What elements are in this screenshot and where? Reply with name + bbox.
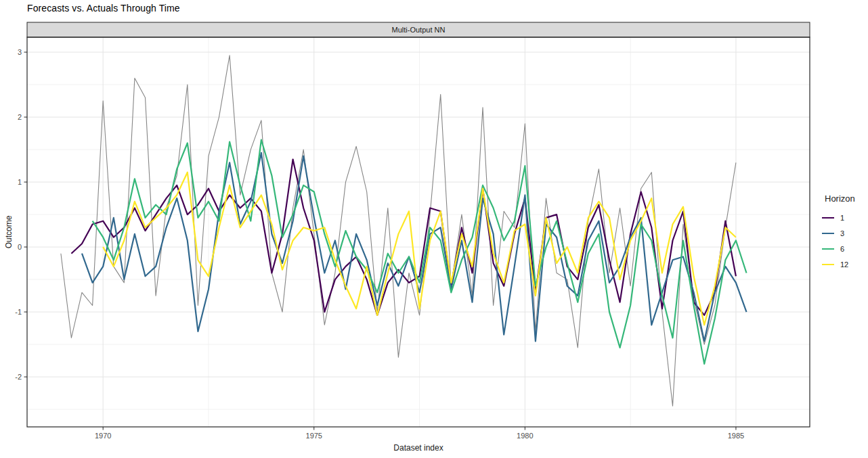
x-axis-tick-label: 1970 bbox=[95, 432, 111, 440]
x-axis-tick-label: 1975 bbox=[306, 432, 322, 440]
facet-strip bbox=[27, 22, 810, 37]
legend-key-line bbox=[822, 217, 834, 219]
legend-entry-label: 6 bbox=[840, 245, 844, 253]
y-axis-title: Outcome bbox=[4, 198, 14, 266]
y-axis-tick-label: -1 bbox=[15, 308, 22, 316]
legend-entry-label: 1 bbox=[840, 214, 844, 222]
legend-items: 13612 bbox=[822, 210, 867, 272]
y-axis-tick-label: 1 bbox=[18, 178, 22, 186]
page: { "title": "Forecasts vs. Actuals Throug… bbox=[0, 0, 868, 458]
legend-item-horizon-3: 3 bbox=[822, 225, 867, 241]
legend-entry-label: 3 bbox=[840, 229, 844, 237]
y-axis-tick-label: 3 bbox=[18, 48, 22, 56]
legend-key-line bbox=[822, 233, 834, 234]
y-axis-tick-label: 2 bbox=[18, 113, 22, 121]
x-axis-tick-label: 1980 bbox=[517, 432, 533, 440]
legend-item-horizon-1: 1 bbox=[822, 210, 867, 225]
legend-item-horizon-12: 12 bbox=[822, 256, 867, 272]
legend-key-line bbox=[822, 264, 834, 265]
legend-item-horizon-6: 6 bbox=[822, 241, 867, 256]
legend-key-line bbox=[822, 248, 834, 250]
x-axis-title: Dataset index bbox=[27, 443, 810, 453]
legend-title: Horizon bbox=[825, 193, 867, 204]
legend: Horizon 13612 bbox=[822, 193, 867, 272]
y-axis-tick-label: -2 bbox=[15, 373, 22, 381]
plot-svg: 1970197519801985-2-10123 bbox=[0, 0, 868, 458]
x-axis-tick-label: 1985 bbox=[728, 432, 744, 440]
legend-entry-label: 12 bbox=[840, 260, 848, 269]
y-axis-tick-label: 0 bbox=[18, 243, 22, 251]
plot-title: Forecasts vs. Actuals Through Time bbox=[27, 3, 180, 14]
